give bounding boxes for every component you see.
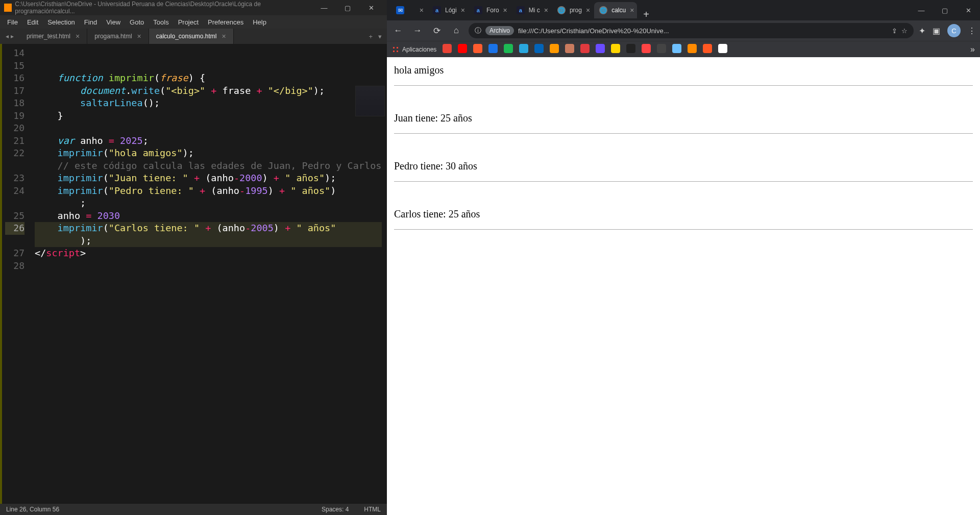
close-icon[interactable]: × xyxy=(630,6,634,14)
bookmark-icon[interactable] xyxy=(519,44,528,53)
bookmark-icon[interactable] xyxy=(565,44,574,53)
bookmark-icon[interactable] xyxy=(534,44,544,53)
browser-tab[interactable]: aLógi× xyxy=(428,2,468,18)
line-gutter[interactable]: 141516171819202122 2324 2526 2728 xyxy=(0,44,30,504)
page-content[interactable]: hola amigosJuan tiene: 25 añosPedro tien… xyxy=(387,57,980,515)
line-number[interactable] xyxy=(5,160,24,173)
tab-overflow[interactable]: + ▾ xyxy=(369,29,387,44)
menu-tools[interactable]: Tools xyxy=(149,17,173,27)
close-icon[interactable]: × xyxy=(461,6,465,14)
close-icon[interactable]: × xyxy=(222,32,226,40)
line-number[interactable]: 23 xyxy=(5,172,24,185)
line-number[interactable]: 27 xyxy=(5,247,24,260)
reload-button[interactable]: ⟳ xyxy=(430,26,444,36)
close-button[interactable]: ✕ xyxy=(359,0,383,15)
kebab-menu-icon[interactable]: ⋮ xyxy=(968,26,976,36)
minimize-button[interactable]: — xyxy=(910,0,933,20)
line-number[interactable]: 17 xyxy=(5,85,24,97)
forward-button[interactable]: → xyxy=(410,26,425,36)
line-number[interactable]: 26 xyxy=(5,222,24,235)
close-icon[interactable]: × xyxy=(586,6,590,14)
line-number[interactable]: 22 xyxy=(5,147,24,160)
browser-tab[interactable]: aForo× xyxy=(469,2,510,18)
browser-tab[interactable]: aMi c× xyxy=(511,2,551,18)
bookmark-icon[interactable] xyxy=(657,44,666,53)
bookmark-icon[interactable] xyxy=(642,44,651,53)
line-number[interactable]: 14 xyxy=(5,47,24,60)
bookmarks-overflow-icon[interactable]: » xyxy=(970,45,975,54)
bookmark-icon[interactable] xyxy=(550,44,559,53)
close-icon[interactable]: × xyxy=(420,6,424,14)
home-button[interactable]: ⌂ xyxy=(449,26,463,36)
new-tab-button[interactable]: + xyxy=(638,9,654,20)
menu-help[interactable]: Help xyxy=(249,17,271,27)
maximize-button[interactable]: ▢ xyxy=(336,0,359,15)
keyword-var: var xyxy=(58,135,75,146)
bookmarks-bar[interactable]: Aplicaciones » xyxy=(387,41,980,57)
line-number[interactable]: 16 xyxy=(5,72,24,85)
sublime-titlebar[interactable]: C:\Users\Cristhian\OneDrive - Universida… xyxy=(0,0,387,15)
menu-project[interactable]: Project xyxy=(174,17,203,27)
line-number[interactable]: 20 xyxy=(5,122,24,135)
chrome-titlebar[interactable]: ✉×aLógi×aForo×aMi c×🌐prog×🌐calcu× + — ▢ … xyxy=(387,0,980,20)
line-number[interactable]: 19 xyxy=(5,110,24,122)
line-number[interactable]: 25 xyxy=(5,210,24,223)
line-number[interactable] xyxy=(5,197,24,210)
maximize-button[interactable]: ▢ xyxy=(933,0,957,20)
browser-tab[interactable]: ✉× xyxy=(391,2,427,18)
line-number[interactable]: 24 xyxy=(5,185,24,198)
bookmark-icon[interactable] xyxy=(626,44,635,53)
status-syntax[interactable]: HTML xyxy=(364,506,381,513)
menu-preferences[interactable]: Preferences xyxy=(204,17,248,27)
line-number[interactable]: 15 xyxy=(5,60,24,72)
minimap[interactable] xyxy=(355,86,385,116)
bookmark-icon[interactable] xyxy=(718,44,727,53)
close-icon[interactable]: × xyxy=(544,6,548,14)
line-number[interactable] xyxy=(5,235,24,248)
menu-find[interactable]: Find xyxy=(80,17,101,27)
bookmark-icon[interactable] xyxy=(488,44,498,53)
apps-shortcut[interactable]: Aplicaciones xyxy=(392,46,436,53)
back-button[interactable]: ← xyxy=(391,26,405,36)
bookmark-icon[interactable] xyxy=(703,44,712,53)
bookmark-icon[interactable] xyxy=(688,44,697,53)
status-bar[interactable]: Line 26, Column 56 Spaces: 4 HTML xyxy=(0,504,387,515)
browser-tab[interactable]: 🌐calcu× xyxy=(594,2,637,18)
status-spaces[interactable]: Spaces: 4 xyxy=(322,506,349,513)
menu-edit[interactable]: Edit xyxy=(23,17,42,27)
menu-view[interactable]: View xyxy=(102,17,125,27)
close-icon[interactable]: × xyxy=(137,32,141,40)
num-2030: 2030 xyxy=(97,210,120,221)
bookmark-icon[interactable] xyxy=(672,44,681,53)
minimize-button[interactable]: — xyxy=(312,0,336,15)
close-button[interactable]: ✕ xyxy=(957,0,980,20)
bookmark-icon[interactable] xyxy=(473,44,482,53)
sidepanel-icon[interactable]: ▣ xyxy=(933,26,940,36)
star-icon[interactable]: ☆ xyxy=(901,27,908,35)
bookmark-icon[interactable] xyxy=(580,44,590,53)
line-number[interactable]: 21 xyxy=(5,135,24,148)
browser-tab[interactable]: 🌐prog× xyxy=(552,2,593,18)
address-bar[interactable]: ⓘ Archivo file:///C:/Users/Cristhian/One… xyxy=(469,23,914,38)
line-number[interactable]: 28 xyxy=(5,260,24,273)
tab-primer-test[interactable]: primer_test.html × xyxy=(19,29,87,44)
bookmark-icon[interactable] xyxy=(458,44,467,53)
tab-calculo-consumo[interactable]: calculo_consumo.html × xyxy=(149,29,234,44)
bookmark-icon[interactable] xyxy=(504,44,513,53)
tab-nav-arrows[interactable]: ◂ ▸ xyxy=(0,29,19,44)
bookmark-icon[interactable] xyxy=(596,44,605,53)
close-icon[interactable]: × xyxy=(503,6,507,14)
menu-file[interactable]: File xyxy=(3,17,22,27)
bookmark-icon[interactable] xyxy=(443,44,452,53)
extensions-icon[interactable]: ✦ xyxy=(919,26,925,36)
tab-progama[interactable]: progama.html × xyxy=(87,29,149,44)
line-number[interactable]: 18 xyxy=(5,97,24,110)
profile-avatar[interactable]: C xyxy=(947,24,961,37)
bookmark-icon[interactable] xyxy=(611,44,620,53)
info-icon[interactable]: ⓘ xyxy=(475,26,481,35)
code-area[interactable]: function imprimir(frase) { document.writ… xyxy=(30,44,387,504)
close-icon[interactable]: × xyxy=(76,32,80,40)
menu-goto[interactable]: Goto xyxy=(126,17,148,27)
share-icon[interactable]: ⇪ xyxy=(892,27,897,35)
menu-selection[interactable]: Selection xyxy=(43,17,79,27)
